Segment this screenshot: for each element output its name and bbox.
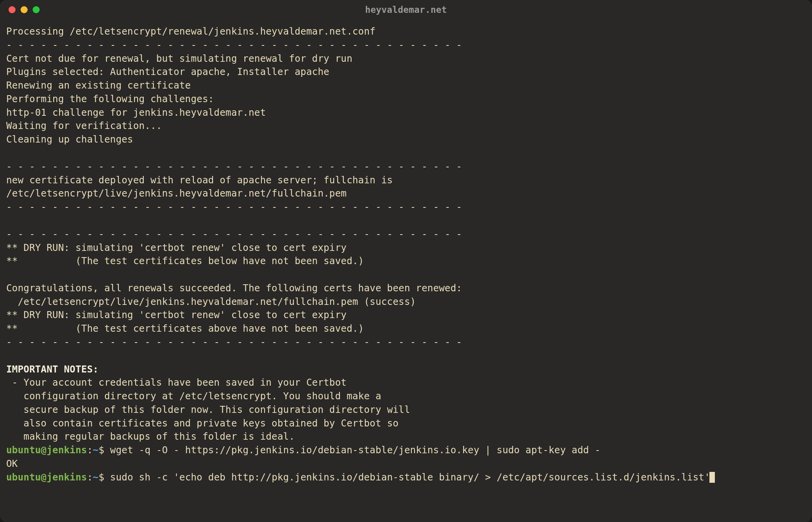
output-dash: - - - - - - - - - - - - - - - - - - - - … — [6, 228, 806, 241]
output-line: ** (The test certificates above have not… — [6, 322, 806, 336]
note-line: making regular backups of this folder is… — [6, 430, 806, 444]
output-line: Processing /etc/letsencrypt/renewal/jenk… — [6, 25, 806, 38]
prompt-dollar: $ — [99, 472, 110, 483]
traffic-lights — [9, 6, 40, 13]
command-text: sudo sh -c 'echo deb http://pkg.jenkins.… — [110, 472, 710, 483]
output-dash: - - - - - - - - - - - - - - - - - - - - … — [6, 38, 806, 52]
prompt-path: ~ — [93, 444, 99, 456]
output-blank — [6, 349, 806, 363]
output-line: /etc/letsencrypt/live/jenkins.heyvaldema… — [6, 295, 806, 309]
note-line: secure backup of this folder now. This c… — [6, 403, 806, 417]
close-icon[interactable] — [9, 6, 16, 13]
output-line: Waiting for verification... — [6, 119, 806, 133]
note-line: also contain certificates and private ke… — [6, 417, 806, 430]
prompt-line: ubuntu@jenkins:~$ wget -q -O - https://p… — [6, 444, 806, 457]
prompt-dollar: $ — [99, 444, 110, 456]
window-title: heyvaldemar.net — [365, 5, 447, 15]
output-line: ** DRY RUN: simulating 'certbot renew' c… — [6, 308, 806, 322]
output-line: http-01 challenge for jenkins.heyvaldema… — [6, 106, 806, 120]
title-bar: heyvaldemar.net — [0, 0, 812, 19]
prompt-path: ~ — [93, 472, 99, 483]
output-line: Performing the following challenges: — [6, 92, 806, 106]
prompt-user-host: ubuntu@jenkins — [6, 444, 87, 456]
output-blank — [6, 268, 806, 282]
output-blank — [6, 214, 806, 228]
cursor-icon — [709, 472, 715, 483]
output-dash: - - - - - - - - - - - - - - - - - - - - … — [6, 160, 806, 174]
note-line: - Your account credentials have been sav… — [6, 376, 806, 390]
prompt-colon: : — [87, 472, 93, 483]
output-line: ** (The test certificates below have not… — [6, 254, 806, 268]
terminal-body[interactable]: Processing /etc/letsencrypt/renewal/jenk… — [0, 19, 812, 522]
output-dash: - - - - - - - - - - - - - - - - - - - - … — [6, 336, 806, 349]
command-result: OK — [6, 457, 806, 471]
output-line: ** DRY RUN: simulating 'certbot renew' c… — [6, 241, 806, 255]
output-blank — [6, 146, 806, 160]
output-dash: - - - - - - - - - - - - - - - - - - - - … — [6, 200, 806, 214]
output-line: Cert not due for renewal, but simulating… — [6, 52, 806, 66]
note-line: configuration directory at /etc/letsencr… — [6, 390, 806, 403]
prompt-line: ubuntu@jenkins:~$ sudo sh -c 'echo deb h… — [6, 471, 806, 484]
output-line: Renewing an existing certificate — [6, 79, 806, 92]
output-line: new certificate deployed with reload of … — [6, 174, 806, 187]
output-line: /etc/letsencrypt/live/jenkins.heyvaldema… — [6, 187, 806, 200]
minimize-icon[interactable] — [21, 6, 28, 13]
important-notes-header: IMPORTANT NOTES: — [6, 363, 806, 376]
command-text: wget -q -O - https://pkg.jenkins.io/debi… — [110, 444, 600, 456]
prompt-colon: : — [87, 444, 93, 456]
prompt-user-host: ubuntu@jenkins — [6, 472, 87, 483]
maximize-icon[interactable] — [33, 6, 40, 13]
output-line: Congratulations, all renewals succeeded.… — [6, 282, 806, 295]
output-line: Plugins selected: Authenticator apache, … — [6, 65, 806, 79]
output-line: Cleaning up challenges — [6, 133, 806, 146]
terminal-window: heyvaldemar.net Processing /etc/letsencr… — [0, 0, 812, 522]
